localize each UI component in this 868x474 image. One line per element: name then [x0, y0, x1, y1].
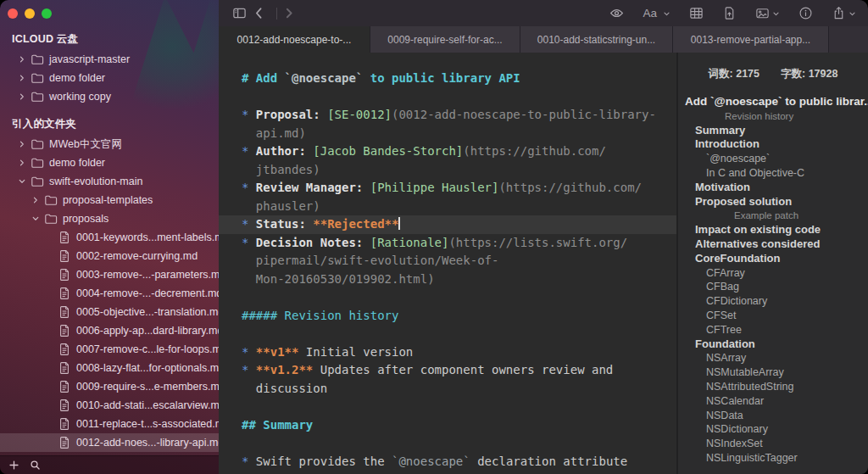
image-button[interactable] — [755, 6, 780, 21]
sidebar-folder-item[interactable]: proposals — [0, 209, 219, 228]
sidebar-folder-item[interactable]: MWeb中文官网 — [0, 135, 219, 153]
chevron-right-button[interactable] — [282, 6, 297, 20]
outline-item[interactable]: CFBag — [678, 280, 868, 294]
editor-line[interactable]: ## Summary — [219, 416, 676, 435]
outline-item[interactable]: `@noescape` — [678, 152, 868, 166]
outline-item[interactable]: NSData — [678, 409, 868, 423]
chevron-down-icon[interactable] — [27, 215, 44, 223]
sidebar-folder-item[interactable]: demo folder — [0, 153, 219, 172]
outline-item[interactable]: Example patch — [678, 209, 868, 223]
sidebar-folder-item[interactable]: javascript-master — [0, 50, 219, 69]
editor-line[interactable]: Mon-20160530/019902.html) — [219, 270, 676, 289]
chevron-right-icon[interactable] — [27, 196, 44, 204]
chevron-right-icon[interactable] — [14, 92, 31, 101]
search-icon[interactable] — [30, 460, 41, 471]
sidebar-file-item[interactable]: 0004-remove-...-decrement.md — [0, 284, 219, 303]
editor-current-line[interactable]: * Status: **Rejected** — [219, 215, 676, 234]
editor-line[interactable]: * Author: [Jacob Bandes-Storch](https://… — [219, 142, 676, 161]
markdown-editor[interactable]: # Add `@noescape` to public library API*… — [219, 53, 676, 474]
chevron-right-icon[interactable] — [14, 159, 31, 167]
word-count-label: 词数: — [709, 68, 733, 80]
info-button[interactable] — [798, 6, 813, 20]
tab[interactable]: 0013-remove-partial-app... — [673, 26, 829, 53]
outline-item[interactable]: Introduction — [678, 137, 868, 152]
editor-line[interactable] — [219, 434, 676, 453]
editor-line[interactable] — [219, 398, 676, 416]
editor-line[interactable]: * Review Manager: [Philippe Hausler](htt… — [219, 179, 676, 198]
outline-item[interactable]: CFDictionary — [678, 294, 868, 309]
tab[interactable]: 0010-add-staticstring-un... — [520, 26, 673, 53]
chevron-right-icon[interactable] — [14, 74, 31, 82]
share-button[interactable] — [832, 6, 856, 21]
editor-line[interactable] — [219, 325, 676, 343]
zoom-button[interactable] — [42, 8, 52, 19]
tab[interactable]: 0009-require-self-for-ac... — [370, 26, 520, 53]
outline-item[interactable]: Foundation — [678, 337, 868, 352]
sidebar-file-item[interactable]: 0001-keywords...ment-labels.md — [0, 228, 219, 247]
chevron-right-icon[interactable] — [14, 55, 31, 64]
sidebar-file-item[interactable]: 0011-replace-t...s-associated.md — [0, 415, 219, 433]
outline-item[interactable]: Revision history — [678, 109, 868, 124]
chevron-down-icon[interactable] — [14, 177, 31, 186]
editor-line[interactable]: * Proposal: [SE-0012](0012-add-noescape-… — [219, 106, 676, 125]
sidebar-file-item[interactable]: 0009-require-s...e-members.md — [0, 377, 219, 396]
doc-publish-button[interactable] — [722, 6, 737, 20]
outline-item[interactable]: CFSet — [678, 309, 868, 323]
outline-item[interactable]: CFArray — [678, 266, 868, 281]
editor-line[interactable]: pipermail/swift-evolution/Week-of- — [219, 252, 676, 270]
outline-item[interactable]: NSLinguisticTagger — [678, 451, 868, 466]
editor-line[interactable] — [219, 288, 676, 307]
add-icon[interactable] — [8, 460, 19, 471]
sidebar-file-item[interactable]: 0007-remove-c...le-for-loops.md — [0, 340, 219, 359]
minimize-button[interactable] — [25, 8, 35, 19]
outline-item[interactable]: NSMutableArray — [678, 365, 868, 380]
close-button[interactable] — [8, 8, 18, 19]
editor-line[interactable]: * **v1** Initial version — [219, 343, 676, 362]
sidebar-file-item[interactable]: 0010-add-stati...escalarview.md — [0, 396, 219, 415]
outline-item[interactable]: CFTree — [678, 323, 868, 337]
chevron-left-button[interactable] — [252, 6, 266, 20]
tab-active[interactable]: 0012-add-noescape-to-... — [219, 26, 370, 53]
outline-item[interactable]: In C and Objective-C — [678, 166, 868, 181]
sidebar-file-item[interactable]: 0012-add-noes...-library-api.md — [0, 433, 219, 452]
editor-line[interactable]: * **v1.2** Updates after component owner… — [219, 361, 676, 380]
outline-item[interactable]: Add `@noescape` to public librar... — [678, 95, 868, 109]
sidebar-folder-item[interactable]: working copy — [0, 87, 219, 106]
outline-item[interactable]: Motivation — [678, 181, 868, 195]
sidebar-folder-item[interactable]: swift-evolution-main — [0, 172, 219, 191]
outline-item[interactable]: NSArray — [678, 351, 868, 365]
editor-line[interactable]: discussion — [219, 380, 676, 399]
editor-line[interactable]: phausler) — [219, 198, 676, 216]
sidebar-file-item[interactable]: 0008-lazy-flat...for-optionals.md — [0, 359, 219, 377]
outline-item[interactable]: Impact on existing code — [678, 223, 868, 237]
editor-line[interactable]: api.md) — [219, 125, 676, 143]
outline-item[interactable]: Summary — [678, 124, 868, 138]
file-icon — [58, 287, 71, 300]
outline-item[interactable]: NSAttributedString — [678, 380, 868, 394]
outline-item[interactable]: NSCalendar — [678, 394, 868, 409]
sidebar-file-item[interactable]: 0003-remove-...-parameters.md — [0, 265, 219, 284]
editor-line[interactable]: # Add `@noescape` to public library API — [219, 70, 676, 88]
table-button[interactable] — [689, 6, 704, 20]
outline-item[interactable]: NSIndexSet — [678, 437, 868, 451]
sidebar-file-item[interactable]: 0005-objective...-translation.md — [0, 303, 219, 321]
editor-line[interactable]: jtbandes) — [219, 161, 676, 180]
sidebar-toggle-button[interactable] — [232, 6, 247, 20]
format-button[interactable]: Aa — [643, 6, 670, 21]
sidebar-file-item[interactable]: 0006-apply-ap...dard-library.md — [0, 321, 219, 340]
outline-item[interactable]: Proposed solution — [678, 195, 868, 209]
editor-line[interactable]: ##### Revision history — [219, 307, 676, 326]
chevron-right-icon[interactable] — [14, 140, 31, 148]
md-token: Initial version — [298, 345, 413, 359]
editor-line[interactable]: * Swift provides the `@noescape` declara… — [219, 453, 676, 471]
eye-button[interactable] — [609, 6, 624, 20]
sidebar-folder-item[interactable]: proposal-templates — [0, 191, 219, 209]
editor-line[interactable]: * Decision Notes: [Rationale](https://li… — [219, 234, 676, 253]
outline-item[interactable]: NSDictionary — [678, 422, 868, 437]
outline-item[interactable]: Alternatives considered — [678, 237, 868, 252]
editor-line[interactable] — [219, 88, 676, 107]
outline-item[interactable]: CoreFoundation — [678, 252, 868, 266]
sidebar-folder-item[interactable]: demo folder — [0, 69, 219, 87]
sidebar-file-item[interactable]: 0002-remove-currying.md — [0, 247, 219, 265]
main-area: Aa 0012-add-noescape-to-...0009-require-… — [219, 0, 868, 474]
